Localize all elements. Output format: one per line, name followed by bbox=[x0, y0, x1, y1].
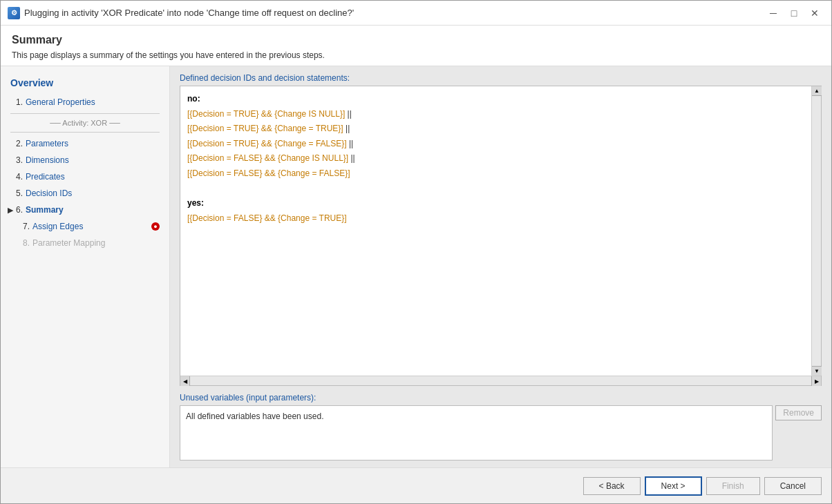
sidebar-item-dimensions[interactable]: 3. Dimensions bbox=[1, 152, 169, 168]
title-bar-left: ⚙ Plugging in activity 'XOR Predicate' i… bbox=[8, 7, 354, 19]
title-bar-controls: ─ □ ✕ bbox=[764, 6, 824, 21]
sidebar-item-parameter-mapping: 8. Parameter Mapping bbox=[1, 235, 169, 251]
sidebar-item-label: Parameter Mapping bbox=[32, 238, 105, 248]
hscroll-track bbox=[190, 376, 811, 385]
close-button[interactable]: ✕ bbox=[805, 6, 824, 21]
title-bar: ⚙ Plugging in activity 'XOR Predicate' i… bbox=[1, 1, 831, 26]
decision-no-s3: [{Decision = TRUE} && {Change = FALSE}] … bbox=[187, 137, 804, 152]
unused-box-wrapper: All defined variables have been used. Re… bbox=[180, 405, 822, 461]
maximize-button[interactable]: □ bbox=[784, 6, 804, 21]
back-button[interactable]: < Back bbox=[583, 477, 641, 495]
decision-section: Defined decision IDs and decision statem… bbox=[180, 73, 822, 386]
vertical-scrollbar[interactable]: ▲ ▼ bbox=[811, 86, 821, 376]
minimize-button[interactable]: ─ bbox=[764, 6, 783, 21]
page-title: Summary bbox=[12, 34, 820, 46]
sidebar-item-label: Summary bbox=[26, 205, 64, 215]
finish-button[interactable]: Finish bbox=[706, 477, 760, 495]
unused-box: All defined variables have been used. bbox=[180, 405, 773, 461]
decision-content[interactable]: no: [{Decision = TRUE} && {Change IS NUL… bbox=[180, 86, 811, 376]
cancel-button[interactable]: Cancel bbox=[764, 477, 822, 495]
next-button[interactable]: Next > bbox=[645, 476, 702, 496]
active-arrow-icon: ▶ bbox=[8, 206, 13, 215]
sidebar-item-predicates[interactable]: 4. Predicates bbox=[1, 168, 169, 185]
sidebar-heading: Overview bbox=[1, 73, 169, 94]
sidebar-item-label: Decision IDs bbox=[26, 188, 72, 198]
sidebar-item-assign-edges[interactable]: 7. Assign Edges ● bbox=[1, 218, 169, 235]
sidebar-divider bbox=[10, 113, 160, 114]
sidebar-item-label: Predicates bbox=[26, 172, 65, 182]
window-title: Plugging in activity 'XOR Predicate' int… bbox=[24, 8, 354, 18]
sidebar-item-parameters[interactable]: 2. Parameters bbox=[1, 135, 169, 152]
decision-yes-s1: [{Decision = FALSE} && {Change = TRUE}] bbox=[187, 211, 804, 226]
horizontal-scrollbar[interactable]: ◀ ▶ bbox=[180, 376, 821, 385]
sidebar-item-label: Assign Edges bbox=[32, 222, 83, 231]
content-area: Defined decision IDs and decision statem… bbox=[170, 66, 831, 467]
scroll-up-btn[interactable]: ▲ bbox=[812, 86, 822, 96]
scroll-left-btn[interactable]: ◀ bbox=[180, 376, 190, 386]
decision-yes-label: yes: bbox=[187, 196, 804, 211]
main-window: ⚙ Plugging in activity 'XOR Predicate' i… bbox=[0, 0, 832, 504]
decision-no-label: no: bbox=[187, 92, 804, 107]
decision-no-s5: [{Decision = FALSE} && {Change = FALSE}] bbox=[187, 166, 804, 182]
sidebar-item-summary[interactable]: ▶ 6. Summary bbox=[1, 202, 169, 218]
sidebar-item-decision-ids[interactable]: 5. Decision IDs bbox=[1, 185, 169, 202]
remove-button[interactable]: Remove bbox=[775, 405, 822, 420]
scroll-right-btn[interactable]: ▶ bbox=[811, 376, 821, 386]
unused-section-label: Unused variables (input parameters): bbox=[180, 393, 822, 403]
sidebar-group-label: ── Activity: XOR ── bbox=[1, 117, 169, 129]
sidebar-item-label: General Properties bbox=[26, 97, 95, 107]
sidebar-item-label: Parameters bbox=[26, 139, 68, 148]
sidebar: Overview 1. General Properties ── Activi… bbox=[1, 66, 170, 467]
sidebar-item-general-properties[interactable]: 1. General Properties bbox=[1, 94, 169, 110]
scroll-track bbox=[812, 96, 821, 366]
app-icon: ⚙ bbox=[8, 7, 20, 19]
decision-no-s1: [{Decision = TRUE} && {Change IS NULL}] … bbox=[187, 107, 804, 122]
decision-box[interactable]: no: [{Decision = TRUE} && {Change IS NUL… bbox=[180, 86, 822, 386]
footer: < Back Next > Finish Cancel bbox=[1, 467, 831, 503]
error-indicator: ● bbox=[151, 222, 160, 231]
page-description: This page displays a summary of the sett… bbox=[12, 50, 820, 60]
decision-section-label: Defined decision IDs and decision statem… bbox=[180, 73, 822, 83]
unused-text: All defined variables have been used. bbox=[186, 411, 323, 421]
sidebar-item-label: Dimensions bbox=[26, 155, 69, 165]
decision-no-s4: [{Decision = FALSE} && {Change IS NULL}]… bbox=[187, 151, 804, 166]
page-header: Summary This page displays a summary of … bbox=[1, 26, 831, 66]
decision-no-s2: [{Decision = TRUE} && {Change = TRUE}] |… bbox=[187, 122, 804, 137]
sidebar-divider-2 bbox=[10, 132, 160, 133]
scroll-down-btn[interactable]: ▼ bbox=[812, 366, 822, 376]
unused-section: Unused variables (input parameters): All… bbox=[180, 393, 822, 461]
main-area: Overview 1. General Properties ── Activi… bbox=[1, 66, 831, 467]
